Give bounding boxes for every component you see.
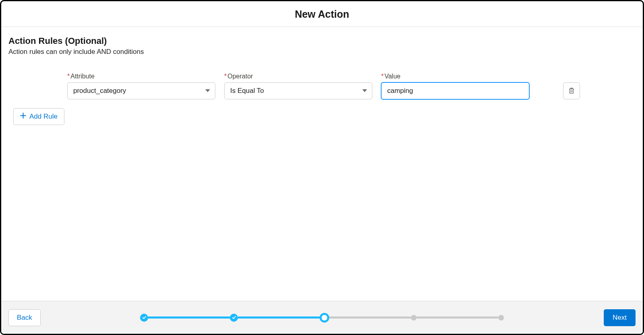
progress-step-2[interactable] (230, 314, 238, 322)
add-rule-button[interactable]: Add Rule (13, 108, 64, 125)
progress-segment (329, 317, 411, 319)
operator-field: *Operator Is Equal To (224, 73, 372, 99)
back-button[interactable]: Back (8, 309, 41, 326)
operator-label: *Operator (224, 73, 372, 80)
progress-step-4[interactable] (411, 315, 417, 321)
add-rule-label: Add Rule (29, 113, 58, 121)
progress-indicator (140, 313, 504, 323)
progress-segment (417, 317, 498, 319)
progress-step-5[interactable] (498, 315, 504, 321)
modal-container: New Action Action Rules (Optional) Actio… (0, 0, 644, 335)
progress-step-3-current[interactable] (320, 313, 329, 323)
attribute-label: *Attribute (67, 73, 215, 80)
required-asterisk: * (381, 73, 384, 80)
plus-icon (20, 113, 26, 121)
value-field: *Value (381, 73, 529, 99)
section-subtitle: Action rules can only include AND condit… (8, 48, 636, 56)
operator-value: Is Equal To (224, 82, 372, 99)
value-input[interactable] (381, 82, 529, 99)
progress-segment (148, 317, 230, 319)
value-label: *Value (381, 73, 529, 80)
check-icon (142, 315, 147, 320)
rule-row: *Attribute product_category *Operator Is… (8, 73, 636, 99)
modal-header: New Action (1, 1, 643, 27)
trash-icon (568, 87, 575, 95)
next-button[interactable]: Next (604, 309, 636, 326)
modal-footer: Back (1, 301, 643, 334)
check-icon (232, 315, 236, 320)
required-asterisk: * (67, 73, 70, 80)
operator-combobox[interactable]: Is Equal To (224, 82, 372, 99)
delete-rule-button[interactable] (563, 82, 580, 99)
attribute-combobox[interactable]: product_category (67, 82, 215, 99)
required-asterisk: * (224, 73, 227, 80)
section-title: Action Rules (Optional) (8, 36, 636, 46)
progress-step-1[interactable] (140, 314, 148, 322)
attribute-value: product_category (67, 82, 215, 99)
attribute-field: *Attribute product_category (67, 73, 215, 99)
modal-title: New Action (1, 8, 643, 20)
progress-segment (238, 317, 320, 319)
modal-content: Action Rules (Optional) Action rules can… (1, 27, 643, 301)
